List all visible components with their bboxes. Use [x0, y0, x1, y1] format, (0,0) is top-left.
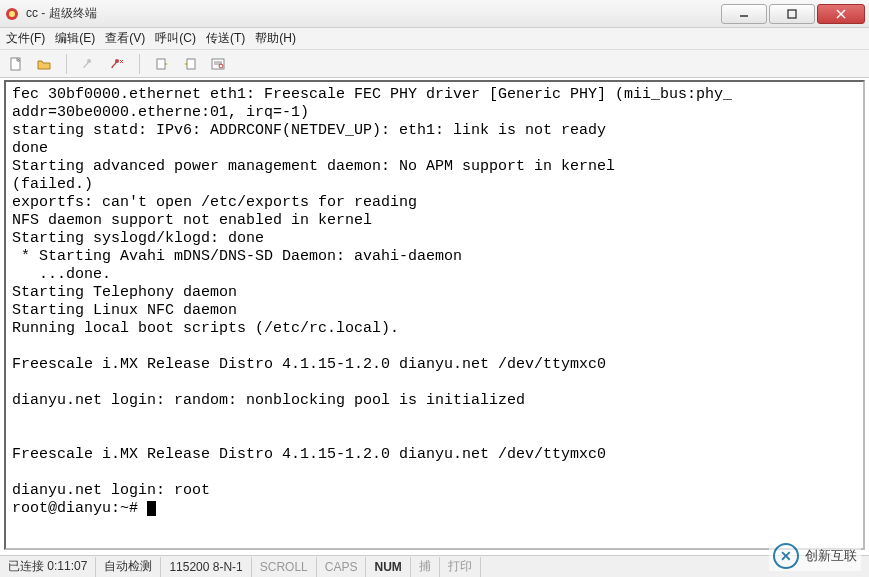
- status-num: NUM: [366, 557, 410, 577]
- svg-rect-3: [788, 10, 796, 18]
- toolbar-separator: [139, 54, 140, 74]
- disconnect-icon[interactable]: [107, 54, 127, 74]
- status-connected: 已连接 0:11:07: [0, 557, 96, 577]
- menu-call[interactable]: 呼叫(C): [155, 30, 196, 47]
- watermark: ✕ 创新互联: [769, 541, 861, 571]
- svg-rect-11: [157, 59, 165, 69]
- svg-point-1: [9, 11, 15, 17]
- app-icon: [4, 6, 20, 22]
- status-baud: 115200 8-N-1: [161, 557, 251, 577]
- minimize-button[interactable]: [721, 4, 767, 24]
- send-icon[interactable]: [152, 54, 172, 74]
- toolbar: [0, 50, 869, 78]
- terminal-text: fec 30bf0000.ethernet eth1: Freescale FE…: [12, 86, 732, 517]
- svg-point-7: [87, 59, 91, 63]
- menu-help[interactable]: 帮助(H): [255, 30, 296, 47]
- watermark-icon: ✕: [773, 543, 799, 569]
- status-print: 打印: [440, 557, 481, 577]
- receive-icon[interactable]: [180, 54, 200, 74]
- terminal-output: fec 30bf0000.ethernet eth1: Freescale FE…: [6, 82, 863, 522]
- open-icon[interactable]: [34, 54, 54, 74]
- terminal-area[interactable]: fec 30bf0000.ethernet eth1: Freescale FE…: [4, 80, 865, 550]
- window-controls: [719, 4, 865, 24]
- svg-rect-12: [187, 59, 195, 69]
- toolbar-separator: [66, 54, 67, 74]
- svg-point-8: [115, 59, 119, 63]
- status-capture: 捕: [411, 557, 440, 577]
- status-caps: CAPS: [317, 557, 367, 577]
- cursor-icon: [147, 501, 156, 516]
- status-autodetect: 自动检测: [96, 557, 161, 577]
- menu-view[interactable]: 查看(V): [105, 30, 145, 47]
- menu-file[interactable]: 文件(F): [6, 30, 45, 47]
- menu-transfer[interactable]: 传送(T): [206, 30, 245, 47]
- menubar: 文件(F) 编辑(E) 查看(V) 呼叫(C) 传送(T) 帮助(H): [0, 28, 869, 50]
- status-scroll: SCROLL: [252, 557, 317, 577]
- maximize-button[interactable]: [769, 4, 815, 24]
- watermark-text: 创新互联: [805, 547, 857, 565]
- close-button[interactable]: [817, 4, 865, 24]
- window-title: cc - 超级终端: [26, 5, 719, 22]
- properties-icon[interactable]: [208, 54, 228, 74]
- connect-icon[interactable]: [79, 54, 99, 74]
- statusbar: 已连接 0:11:07 自动检测 115200 8-N-1 SCROLL CAP…: [0, 555, 869, 577]
- titlebar: cc - 超级终端: [0, 0, 869, 28]
- new-icon[interactable]: [6, 54, 26, 74]
- menu-edit[interactable]: 编辑(E): [55, 30, 95, 47]
